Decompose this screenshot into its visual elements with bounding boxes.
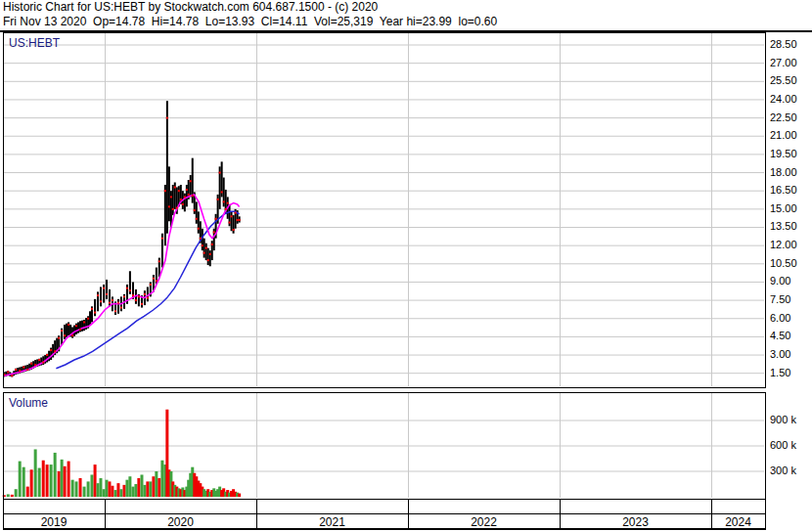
price-axis-label: 25.50 xyxy=(770,74,797,86)
volume-axis-label: 600 k xyxy=(770,439,796,451)
price-axis-label: 16.50 xyxy=(770,184,797,196)
price-axis-label: 3.00 xyxy=(770,348,790,360)
price-axis-label: 19.50 xyxy=(770,148,797,159)
year-label: 2019 xyxy=(3,515,105,529)
year-label: 2020 xyxy=(105,515,256,529)
time-axis-strip xyxy=(3,499,766,514)
price-axis-label: 18.00 xyxy=(770,166,797,178)
year-label: 2021 xyxy=(256,515,408,529)
year-label: 2024 xyxy=(711,515,765,529)
volume-pane xyxy=(3,392,766,500)
price-axis-label: 10.50 xyxy=(770,257,797,269)
price-axis-label: 22.50 xyxy=(770,111,797,123)
price-axis-label: 21.00 xyxy=(770,129,797,141)
price-axis-label: 24.00 xyxy=(770,93,797,105)
symbol-label: US:HEBT xyxy=(9,36,60,50)
price-axis-label: 6.00 xyxy=(770,312,790,324)
price-pane xyxy=(3,32,766,388)
volume-axis-label: 300 k xyxy=(770,465,796,476)
price-axis-label: 7.50 xyxy=(770,293,790,305)
year-label: 2023 xyxy=(560,515,711,529)
year-label: 2022 xyxy=(408,515,560,529)
price-axis-label: 13.50 xyxy=(770,220,797,232)
price-axis-label: 1.50 xyxy=(770,367,790,378)
volume-axis-label: 900 k xyxy=(770,414,796,425)
volume-pane-label: Volume xyxy=(9,396,48,410)
stockwatch-historic-chart: Historic Chart for US:HEBT by Stockwatch… xyxy=(0,0,812,531)
price-axis-label: 28.50 xyxy=(770,38,797,50)
price-axis-label: 12.00 xyxy=(770,239,797,250)
price-axis-label: 15.00 xyxy=(770,202,797,214)
price-axis-label: 9.00 xyxy=(770,275,790,287)
price-axis-label: 27.00 xyxy=(770,57,797,68)
price-axis-label: 4.50 xyxy=(770,330,790,341)
